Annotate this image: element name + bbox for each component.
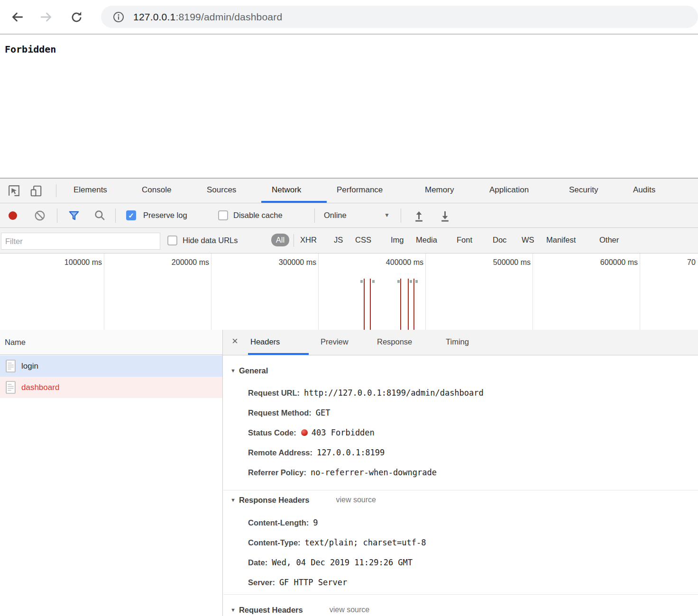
filter-type-css[interactable]: CSS xyxy=(355,234,371,246)
tick-label: 300000 ms xyxy=(236,258,316,267)
record-button[interactable] xyxy=(9,211,17,220)
hide-data-urls-label[interactable]: Hide data URLs xyxy=(183,228,238,253)
throttling-select[interactable]: Online xyxy=(324,203,347,227)
request-row-login[interactable]: login xyxy=(0,355,222,377)
filter-input[interactable] xyxy=(1,233,160,250)
checkmark-icon: ✓ xyxy=(128,211,134,220)
header-value: text/plain; charset=utf-8 xyxy=(305,538,426,547)
header-name: Content-Type: xyxy=(248,538,301,547)
export-har-icon[interactable] xyxy=(439,209,451,222)
disable-cache-label[interactable]: Disable cache xyxy=(233,203,283,227)
tab-headers[interactable]: Headers xyxy=(250,330,280,353)
header-name: Remote Address: xyxy=(248,448,312,457)
view-source-link[interactable]: view source xyxy=(330,606,369,614)
tick-label: 100000 ms xyxy=(21,258,102,267)
device-toolbar-icon[interactable] xyxy=(29,184,43,198)
header-value: no-referrer-when-downgrade xyxy=(311,468,437,477)
forward-button[interactable] xyxy=(39,9,54,25)
tab-elements[interactable]: Elements xyxy=(73,179,107,201)
header-value: 127.0.0.1:8199 xyxy=(317,448,385,457)
search-icon[interactable] xyxy=(94,209,106,221)
header-row: Referrer Policy: no-referrer-when-downgr… xyxy=(248,462,484,482)
close-icon[interactable]: × xyxy=(232,330,238,353)
tab-application[interactable]: Application xyxy=(489,179,529,201)
document-icon xyxy=(6,381,16,394)
network-overview-timeline[interactable]: 100000 ms 200000 ms 300000 ms 400000 ms … xyxy=(0,254,698,330)
request-row-dashboard[interactable]: dashboard xyxy=(0,377,222,398)
tab-timing[interactable]: Timing xyxy=(446,330,469,353)
tab-network[interactable]: Network xyxy=(272,179,301,201)
header-name: Date: xyxy=(248,558,267,567)
filter-icon[interactable] xyxy=(68,209,80,222)
filter-type-all[interactable]: All xyxy=(271,234,289,246)
tab-sources[interactable]: Sources xyxy=(207,179,236,201)
tab-performance[interactable]: Performance xyxy=(337,179,383,201)
header-row: Content-Type: text/plain; charset=utf-8 xyxy=(248,533,426,553)
header-name: Status Code: xyxy=(248,428,296,437)
selected-tab-underline xyxy=(261,201,327,203)
header-value: 9 xyxy=(313,518,318,527)
tab-memory[interactable]: Memory xyxy=(425,179,454,201)
address-bar[interactable]: 127.0.0.1:8199/admin/dashboard xyxy=(101,6,698,28)
separator xyxy=(56,184,56,197)
request-headers-section-header[interactable]: ▼ Request Headers view source xyxy=(230,603,369,616)
header-name: Content-Length: xyxy=(248,518,309,527)
general-section-header[interactable]: ▼ General xyxy=(230,363,268,378)
import-har-icon[interactable] xyxy=(413,209,425,222)
section-divider xyxy=(223,490,698,490)
header-row: Date: Wed, 04 Dec 2019 11:29:26 GMT xyxy=(248,553,426,572)
filter-type-media[interactable]: Media xyxy=(416,234,437,246)
filter-type-manifest[interactable]: Manifest xyxy=(546,234,576,246)
preserve-log-checkbox[interactable]: ✓ xyxy=(126,210,136,220)
separator xyxy=(115,208,116,223)
disable-cache-checkbox[interactable] xyxy=(218,210,228,220)
clear-icon[interactable] xyxy=(34,210,46,221)
reload-button[interactable] xyxy=(69,9,84,25)
filter-type-font[interactable]: Font xyxy=(457,234,472,246)
separator xyxy=(294,234,294,247)
gridline xyxy=(211,254,211,330)
tab-response[interactable]: Response xyxy=(377,330,412,353)
filter-type-js[interactable]: JS xyxy=(334,234,343,246)
load-event-line xyxy=(400,279,401,330)
filter-type-ws[interactable]: WS xyxy=(522,234,534,246)
request-bar xyxy=(372,280,375,283)
filter-type-other[interactable]: Other xyxy=(599,234,619,246)
request-bar xyxy=(415,280,418,283)
tab-audits[interactable]: Audits xyxy=(633,179,655,201)
response-headers-section-header[interactable]: ▼ Response Headers view source xyxy=(230,493,376,507)
view-source-link[interactable]: view source xyxy=(336,496,376,504)
request-bar xyxy=(360,280,363,283)
gridline xyxy=(533,254,533,330)
page-info-icon[interactable] xyxy=(113,11,124,23)
gridline xyxy=(104,254,104,330)
devtools-tabbar: Elements Console Sources Network Perform… xyxy=(0,179,698,203)
separator xyxy=(57,208,57,223)
inspect-element-icon[interactable] xyxy=(8,184,20,197)
header-name: Server: xyxy=(248,578,275,587)
header-value: Wed, 04 Dec 2019 11:29:26 GMT xyxy=(272,558,413,567)
filter-type-img[interactable]: Img xyxy=(391,234,404,246)
back-button[interactable] xyxy=(9,9,25,25)
filter-type-xhr[interactable]: XHR xyxy=(300,234,317,246)
load-event-line xyxy=(408,279,409,330)
name-column-header[interactable]: Name xyxy=(0,330,222,355)
chevron-down-icon[interactable]: ▼ xyxy=(384,203,390,227)
hide-data-urls-checkbox[interactable] xyxy=(167,236,177,245)
devtools-panel: Elements Console Sources Network Perform… xyxy=(0,178,698,616)
general-rows: Request URL: http://127.0.0.1:8199/admin… xyxy=(248,383,484,482)
response-header-rows: Content-Length: 9 Content-Type: text/pla… xyxy=(248,513,426,592)
filter-type-doc[interactable]: Doc xyxy=(493,234,506,246)
reload-icon xyxy=(70,10,83,24)
screen: 127.0.0.1:8199/admin/dashboard Forbidden… xyxy=(0,0,698,616)
url-path: :8199/admin/dashboard xyxy=(175,11,282,22)
header-value: GET xyxy=(316,408,331,417)
tab-security[interactable]: Security xyxy=(569,179,598,201)
network-filter-row: Hide data URLs All XHR JS CSS Img Media … xyxy=(0,228,698,254)
preserve-log-label[interactable]: Preserve log xyxy=(143,203,187,227)
status-error-dot-icon xyxy=(301,429,308,436)
tab-console[interactable]: Console xyxy=(142,179,171,201)
url-text: 127.0.0.1:8199/admin/dashboard xyxy=(133,11,282,23)
tab-preview[interactable]: Preview xyxy=(321,330,349,353)
header-row: Request URL: http://127.0.0.1:8199/admin… xyxy=(248,383,484,403)
